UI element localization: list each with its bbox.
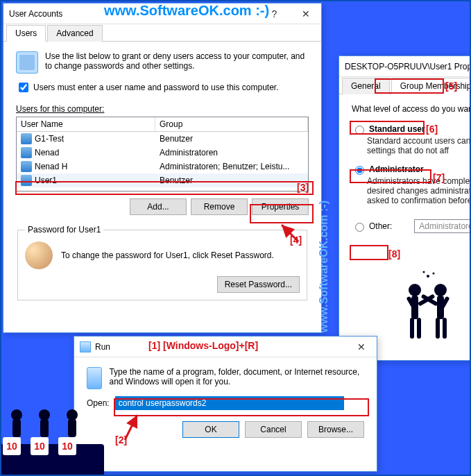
run-text: Type the name of a program, folder, docu… xyxy=(109,367,364,386)
score-sign: 10 xyxy=(58,437,76,455)
info-text: Use the list below to grant or deny user… xyxy=(45,51,309,71)
user-icon xyxy=(21,133,32,144)
watermark-top: www.SoftwareOK.com :-) xyxy=(104,3,269,19)
properties-button[interactable]: Properties xyxy=(252,198,309,215)
svg-point-21 xyxy=(67,409,78,420)
run-dialog: Run ✕ Type the name of a program, folder… xyxy=(74,336,377,472)
score-sign: 10 xyxy=(31,437,49,455)
password-text: To change the password for User1, click … xyxy=(61,250,274,260)
reset-password-button[interactable]: Reset Password... xyxy=(217,276,300,293)
judges-silhouette: 10 10 10 xyxy=(0,393,104,476)
add-button[interactable]: Add... xyxy=(130,198,187,215)
radio-administrator[interactable] xyxy=(355,166,364,175)
browse-button[interactable]: Browse... xyxy=(307,421,364,438)
user-icon xyxy=(21,161,32,172)
radio-other[interactable] xyxy=(355,223,364,232)
svg-rect-18 xyxy=(12,419,21,437)
cancel-button[interactable]: Cancel xyxy=(245,421,302,438)
other-combo[interactable]: Administratoren xyxy=(414,219,471,233)
key-user-icon xyxy=(25,241,53,269)
checkbox-require-password[interactable] xyxy=(19,83,28,92)
svg-point-19 xyxy=(39,409,50,420)
label-standard-user: Standard user xyxy=(369,124,425,134)
list-row[interactable]: G1-Test Benutzer xyxy=(17,132,308,146)
svg-rect-11 xyxy=(443,318,447,339)
user-icon xyxy=(21,175,32,186)
users-list[interactable]: User Name Group G1-Test Benutzer Nenad A… xyxy=(16,117,309,192)
tab-advanced[interactable]: Advanced xyxy=(47,25,102,42)
run-title: Run xyxy=(95,342,110,352)
close-icon[interactable]: ✕ xyxy=(345,337,377,357)
user-icon xyxy=(21,147,32,158)
tab-general[interactable]: General xyxy=(342,78,390,94)
celebration-silhouette xyxy=(391,269,467,346)
run-icon xyxy=(87,367,102,389)
label-other: Other: xyxy=(369,221,392,231)
desc-standard-user: Standard account users can us system set… xyxy=(367,136,471,155)
label-administrator: Administrator xyxy=(369,164,424,174)
svg-rect-20 xyxy=(40,419,49,437)
svg-point-15 xyxy=(423,271,425,273)
svg-rect-10 xyxy=(436,318,440,339)
list-row[interactable]: Nenad Administratoren xyxy=(17,146,308,160)
run-titlebar-icon xyxy=(80,341,91,352)
svg-rect-22 xyxy=(68,419,76,437)
user-accounts-title: User Accounts xyxy=(9,9,62,19)
svg-point-2 xyxy=(409,284,421,296)
watermark-side: www.SoftwareOK.com :-) xyxy=(318,201,330,333)
password-legend: Password for User1 xyxy=(25,225,103,235)
users-list-label: Users for this computer: xyxy=(16,104,309,114)
checkbox-label: Users must enter a user name and passwor… xyxy=(33,83,279,92)
chevron-down-icon[interactable]: ▾ xyxy=(358,398,361,405)
list-row[interactable]: Nenad H Administratoren; Benutzer; Leist… xyxy=(17,160,308,173)
tab-users[interactable]: Users xyxy=(6,25,46,42)
col-group[interactable]: Group xyxy=(155,117,308,131)
properties-title: DESKTOP-O5PRUUV\User1 Properties xyxy=(345,62,471,71)
svg-point-14 xyxy=(427,275,429,278)
svg-rect-4 xyxy=(410,318,414,339)
remove-button[interactable]: Remove xyxy=(191,198,248,215)
users-icon xyxy=(16,51,38,74)
svg-rect-5 xyxy=(417,318,421,339)
score-sign: 10 xyxy=(3,437,21,455)
radio-standard-user[interactable] xyxy=(355,126,364,135)
desc-administrator: Administrators have complete can make an… xyxy=(367,176,471,205)
open-input[interactable]: control userpasswords2 xyxy=(115,396,344,410)
col-username[interactable]: User Name xyxy=(17,117,155,131)
tab-group-membership[interactable]: Group Membership xyxy=(391,78,471,94)
svg-point-17 xyxy=(11,409,22,420)
access-question: What level of access do you want t xyxy=(352,104,471,114)
ok-button[interactable]: OK xyxy=(182,421,239,438)
close-icon[interactable]: ✕ xyxy=(290,3,321,24)
user-accounts-window: User Accounts ? ✕ Users Advanced Use the… xyxy=(3,3,322,333)
list-row-selected[interactable]: User1 Benutzer xyxy=(17,173,308,187)
svg-point-8 xyxy=(434,284,447,296)
svg-point-16 xyxy=(433,273,435,275)
